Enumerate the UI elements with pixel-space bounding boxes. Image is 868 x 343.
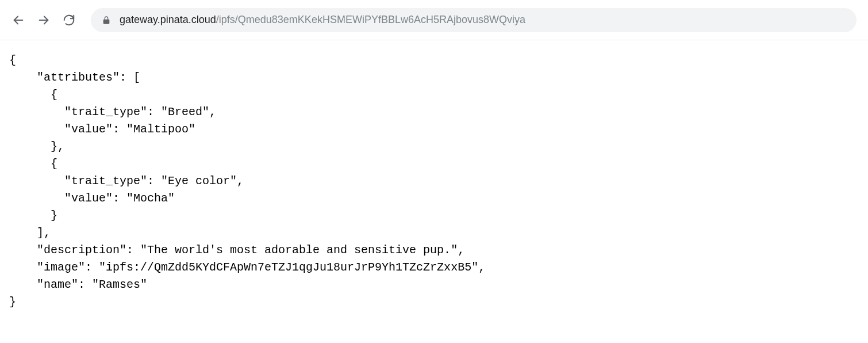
url-text: gateway.pinata.cloud/ipfs/Qmedu83emKKekH…: [120, 14, 525, 26]
forward-button[interactable]: [37, 13, 51, 27]
arrow-left-icon: [12, 14, 25, 26]
json-content: { "attributes": [ { "trait_type": "Breed…: [0, 40, 868, 322]
url-domain: gateway.pinata.cloud: [120, 14, 216, 25]
address-bar[interactable]: gateway.pinata.cloud/ipfs/Qmedu83emKKekH…: [91, 8, 857, 32]
back-button[interactable]: [11, 13, 25, 27]
reload-button[interactable]: [62, 13, 76, 27]
nav-buttons-group: [11, 13, 76, 27]
browser-toolbar: gateway.pinata.cloud/ipfs/Qmedu83emKKekH…: [0, 0, 868, 40]
arrow-right-icon: [37, 14, 50, 26]
url-path: /ipfs/Qmedu83emKKekHSMEWiPYfBBLw6AcH5RAj…: [216, 14, 525, 25]
lock-icon[interactable]: [101, 15, 112, 25]
reload-icon: [63, 14, 75, 26]
